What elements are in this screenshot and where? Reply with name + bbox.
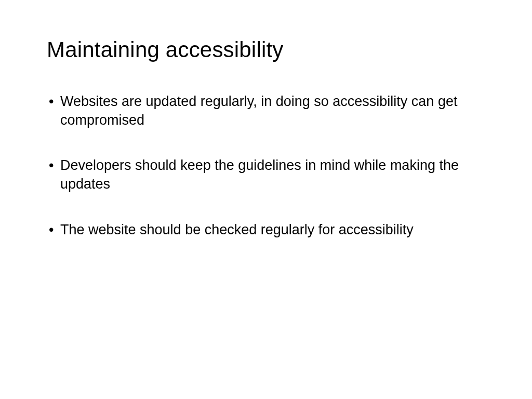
- bullet-item: The website should be checked regularly …: [47, 221, 485, 240]
- bullet-item: Developers should keep the guidelines in…: [47, 156, 485, 193]
- bullet-list: Websites are updated regularly, in doing…: [47, 92, 485, 239]
- bullet-item: Websites are updated regularly, in doing…: [47, 92, 485, 129]
- slide-container: Maintaining accessibility Websites are u…: [0, 0, 532, 399]
- slide-title: Maintaining accessibility: [47, 37, 485, 62]
